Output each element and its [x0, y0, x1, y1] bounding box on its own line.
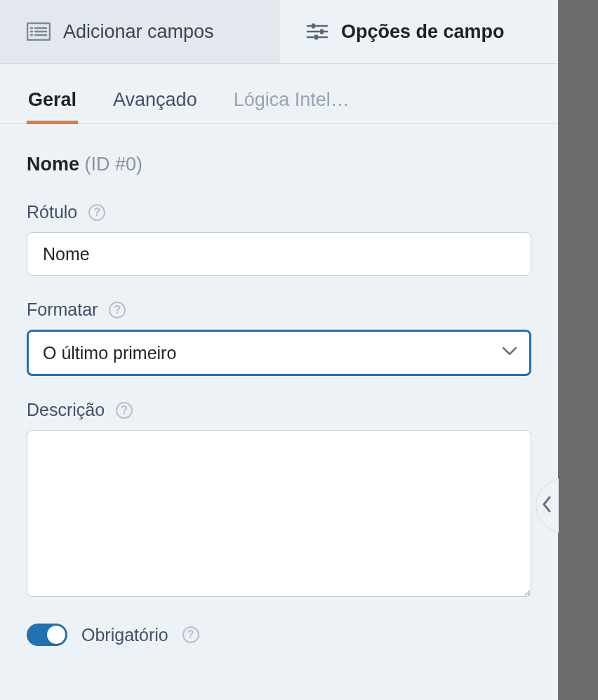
section-id: (ID #0) [85, 154, 143, 175]
field-group-rotulo: Rótulo ? [27, 202, 531, 276]
collapse-handle[interactable] [531, 478, 559, 533]
section-name: Nome [27, 154, 79, 175]
label-row-descricao: Descrição ? [27, 400, 531, 420]
toggle-knob [47, 626, 65, 644]
help-icon[interactable]: ? [182, 626, 199, 643]
svg-rect-8 [312, 24, 315, 29]
label-row-rotulo: Rótulo ? [27, 202, 531, 222]
field-group-descricao: Descrição ? [27, 400, 531, 600]
help-icon[interactable]: ? [109, 302, 126, 318]
toggle-obrigatorio[interactable] [27, 624, 67, 646]
field-options-panel: Adicionar campos Opções de campo Geral A… [0, 0, 558, 700]
list-icon [27, 22, 51, 41]
label-obrigatorio: Obrigatório [81, 625, 168, 645]
toggle-row-obrigatorio: Obrigatório ? [27, 624, 531, 646]
label-formatar: Formatar [27, 299, 98, 320]
content-area: Nome (ID #0) Rótulo ? Formatar ? O últim… [0, 124, 558, 646]
svg-rect-12 [314, 35, 318, 40]
subtab-smart-logic: Lógica Intel… [232, 83, 351, 123]
help-icon[interactable]: ? [88, 204, 105, 221]
section-title: Nome (ID #0) [27, 154, 531, 175]
field-group-formatar: Formatar ? O último primeiro [27, 299, 531, 376]
tab-add-fields-label: Adicionar campos [63, 21, 214, 43]
select-formatar[interactable]: O último primeiro [27, 330, 531, 376]
sub-tabs: Geral Avançado Lógica Intel… [0, 83, 558, 124]
tab-add-fields[interactable]: Adicionar campos [0, 0, 279, 63]
help-icon[interactable]: ? [116, 402, 133, 419]
subtab-general[interactable]: Geral [27, 83, 78, 124]
subtab-advanced[interactable]: Avançado [112, 83, 199, 123]
label-rotulo: Rótulo [27, 202, 77, 222]
input-rotulo[interactable] [27, 232, 531, 276]
label-row-formatar: Formatar ? [27, 299, 531, 320]
tab-field-options-label: Opções de campo [341, 21, 505, 43]
select-wrap-formatar: O último primeiro [27, 330, 531, 376]
tab-field-options[interactable]: Opções de campo [279, 0, 558, 63]
sliders-icon [306, 22, 328, 41]
textarea-descricao[interactable] [27, 430, 531, 597]
label-descricao: Descrição [27, 400, 105, 420]
chevron-left-icon [542, 496, 552, 516]
svg-rect-10 [320, 29, 324, 34]
top-tabs: Adicionar campos Opções de campo [0, 0, 558, 64]
